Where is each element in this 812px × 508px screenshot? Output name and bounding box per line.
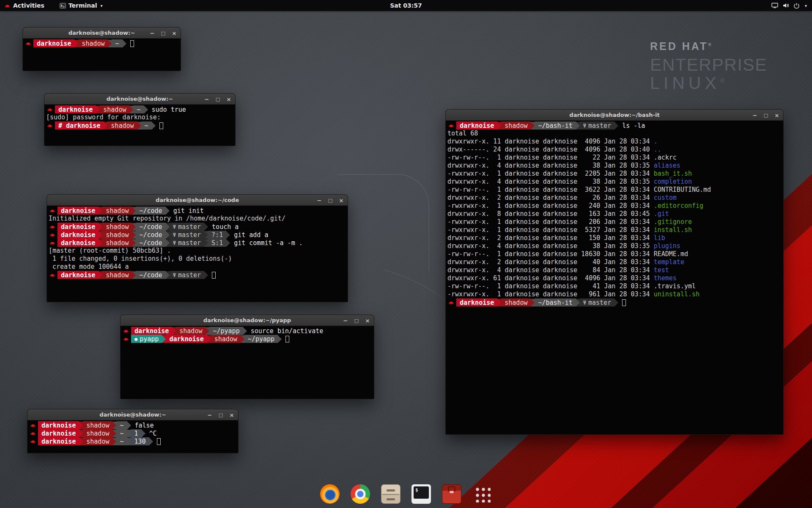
window-title: darknoise@shadow:~ <box>99 411 166 418</box>
minimize-button[interactable]: − <box>204 97 210 102</box>
prompt-line: darknoiseshadow~/codeΨmastertouch a <box>47 223 348 231</box>
output-text: -rw-rw-r--. 1 darknoise darknoise 3622 J… <box>447 186 654 193</box>
close-button[interactable]: × <box>171 30 177 36</box>
terminal-content[interactable]: darknoiseshadow~/pyappsource bin/activat… <box>121 326 374 343</box>
powerline-arrow <box>614 122 618 130</box>
close-button[interactable]: × <box>226 97 232 102</box>
powerline-arrow <box>576 122 580 130</box>
terminal-content[interactable]: darknoiseshadow~/codegit initInitialized… <box>47 206 348 279</box>
output-line: [master (root-commit) 50bcb63] . <box>47 247 348 255</box>
prompt-line: darknoiseshadow~130 <box>27 437 238 445</box>
output-text: drwxrwxr-x. 4 darknoise darknoise 38 Jan… <box>447 162 654 169</box>
command-text: source bin/activate <box>251 327 324 335</box>
window-titlebar[interactable]: darknoise@shadow:~/code − □ × <box>47 195 348 206</box>
redhat-icon <box>47 123 54 128</box>
powerline-arrow <box>79 438 83 445</box>
output-line: drwxrwxr-x. 11 darknoise darknoise 4096 … <box>446 138 783 146</box>
powerline-arrow <box>172 327 176 335</box>
output-line: Initialized empty Git repository in /hom… <box>47 215 348 223</box>
system-menu[interactable]: ▾ <box>768 0 810 11</box>
window-titlebar[interactable]: darknoise@shadow:~/bash-it − □ × <box>446 110 783 121</box>
powerline-arrow <box>144 106 148 113</box>
redhat-icon <box>49 208 56 213</box>
output-text: total 68 <box>447 130 478 137</box>
activities-button[interactable]: Activities <box>0 0 49 11</box>
powerline-arrow <box>132 207 136 215</box>
maximize-button[interactable]: □ <box>354 318 359 323</box>
dock-item-show-apps[interactable] <box>470 482 494 506</box>
prompt-segment-user: darknoise <box>38 429 79 437</box>
output-text: drwxrwxr-x. 8 darknoise darknoise 163 Ja… <box>447 210 654 218</box>
command-text: ls -la <box>622 122 645 130</box>
directory-name: plugins <box>654 242 680 250</box>
output-text: -rwxrwxr-x. 1 darknoise darknoise 206 Ja… <box>447 218 654 226</box>
dock-item-terminal[interactable] <box>409 482 433 506</box>
prompt-segment-user: darknoise <box>58 231 99 239</box>
prompt-segment-path: ~/bash-it <box>535 298 576 306</box>
dock-item-files[interactable] <box>379 482 403 506</box>
window-titlebar[interactable]: darknoise@shadow:~ − □ × <box>44 94 235 105</box>
dock-item-toolbox[interactable] <box>439 482 464 506</box>
prompt-segment-path: ~/code <box>136 231 165 239</box>
dock-item-chrome[interactable] <box>348 482 373 506</box>
chrome-icon <box>351 484 370 504</box>
output-line: -rw-rw-r--. 1 darknoise darknoise 3622 J… <box>446 186 783 194</box>
firefox-icon <box>320 484 340 504</box>
maximize-button[interactable]: □ <box>327 198 333 203</box>
terminal-content[interactable]: darknoiseshadow~sudo true[sudo] password… <box>44 105 235 130</box>
minimize-button[interactable]: − <box>316 198 322 203</box>
python-icon: ● <box>134 337 137 342</box>
powerline-arrow <box>96 106 100 113</box>
terminal-content[interactable]: darknoiseshadow~falsedarknoiseshadow~1^C… <box>27 420 238 445</box>
directory-name: custom <box>654 194 677 202</box>
maximize-button[interactable]: □ <box>763 113 769 118</box>
prompt-segment-host: shadow <box>211 335 241 343</box>
minimize-button[interactable]: − <box>343 318 348 323</box>
command-text: ^C <box>149 430 157 437</box>
prompt-segment-user: darknoise <box>38 437 79 445</box>
terminal-window-code: darknoise@shadow:~/code − □ × darknoises… <box>47 194 348 302</box>
powerline-arrow <box>99 239 102 247</box>
output-text: Initialized empty Git repository in /hom… <box>49 215 285 222</box>
window-titlebar[interactable]: darknoise@shadow:~/pyapp − □ × <box>121 315 374 326</box>
minimize-button[interactable]: − <box>752 113 758 118</box>
redhat-icon <box>123 329 130 333</box>
terminal-content[interactable]: darknoiseshadow~/bash-itΨmasterls -latot… <box>446 121 783 306</box>
output-text: create mode 100644 a <box>49 263 129 271</box>
window-title: darknoise@shadow:~/pyapp <box>203 317 291 323</box>
prompt-segment-git: Ψmaster <box>580 298 614 306</box>
close-button[interactable]: × <box>774 113 780 118</box>
output-line: drwx------. 24 darknoise darknoise 4096 … <box>446 146 783 154</box>
minimize-button[interactable]: − <box>149 30 155 36</box>
prompt-segment-user: darknoise <box>58 223 99 231</box>
app-menu[interactable]: Terminal ▾ <box>55 0 107 11</box>
redhat-icon <box>49 224 56 229</box>
terminal-window-3: darknoise@shadow:~ − □ × darknoiseshadow… <box>27 409 239 453</box>
powerline-arrow <box>206 327 209 335</box>
window-titlebar[interactable]: darknoise@shadow:~ − □ × <box>27 409 238 420</box>
close-button[interactable]: × <box>229 412 235 418</box>
minimize-button[interactable]: − <box>207 412 213 418</box>
window-titlebar[interactable]: darknoise@shadow:~ − □ × <box>23 28 181 39</box>
clock[interactable]: Sat 03:57 <box>390 0 422 11</box>
brand-enterprise: ENTERPRISE <box>650 56 767 74</box>
maximize-button[interactable]: □ <box>218 413 224 417</box>
prompt-segment-host: shadow <box>102 223 132 231</box>
output-line: drwxrwxr-x. 4 darknoise darknoise 84 Jan… <box>446 266 783 274</box>
dock-item-firefox[interactable] <box>318 482 342 506</box>
output-text: -rwxrwxr-x. 1 darknoise darknoise 240 Ja… <box>447 202 654 210</box>
maximize-button[interactable]: □ <box>215 97 221 102</box>
prompt-segment-user: darknoise <box>166 335 207 343</box>
powerline-arrow <box>497 122 501 130</box>
terminal-cursor <box>157 438 161 445</box>
terminal-content[interactable]: darknoiseshadow~ <box>23 39 181 47</box>
powerline-arrow <box>132 231 136 239</box>
powerline-arrow <box>108 40 112 47</box>
output-line: -rwxrwxr-x. 1 darknoise darknoise 2205 J… <box>446 170 783 178</box>
powerline-arrow <box>132 223 136 231</box>
dock <box>318 482 494 506</box>
close-button[interactable]: × <box>338 198 344 203</box>
close-button[interactable]: × <box>365 318 370 323</box>
maximize-button[interactable]: □ <box>160 31 166 36</box>
powerline-arrow <box>132 239 136 247</box>
